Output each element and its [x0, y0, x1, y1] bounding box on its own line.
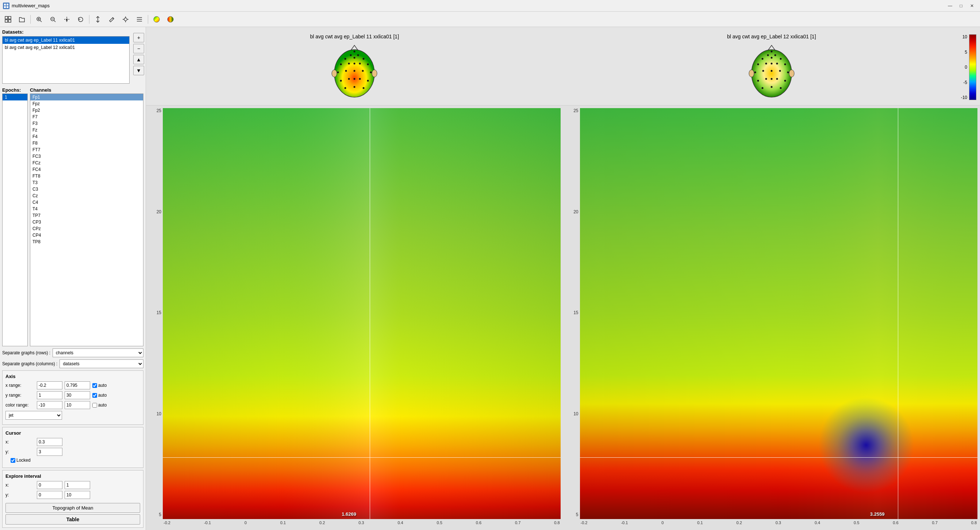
channel-item-TP7[interactable]: TP7 [30, 212, 143, 219]
channel-item-Fp1[interactable]: Fp1 [30, 94, 143, 101]
x-auto-checkbox[interactable] [92, 383, 97, 388]
channel-item-CP4[interactable]: CP4 [30, 232, 143, 238]
svg-point-24 [154, 16, 159, 22]
cursor-locked-text: Locked [16, 458, 31, 463]
channel-item-Fpz[interactable]: Fpz [30, 101, 143, 107]
channel-item-FT7[interactable]: FT7 [30, 147, 143, 153]
svg-point-81 [780, 87, 781, 89]
colormap-row: jetparulahsvhotcoolgray [5, 411, 140, 420]
separate-rows-label: Separate graphs (rows) : [2, 350, 50, 355]
color-auto-checkbox[interactable] [92, 403, 97, 408]
y-range-max-input[interactable] [65, 391, 90, 399]
x-label-1: -0.1 [204, 520, 211, 525]
x-range-min-input[interactable] [37, 382, 62, 390]
cursor-locked-checkbox[interactable] [11, 458, 15, 463]
channel-item-FC4[interactable]: FC4 [30, 166, 143, 173]
x-range-max-input[interactable] [65, 382, 90, 390]
channel-item-FT8[interactable]: FT8 [30, 173, 143, 179]
add-dataset-button[interactable]: + [133, 33, 144, 42]
datasets-list[interactable]: bl avg cwt avg ep_Label 11 xxlica01bl av… [2, 36, 130, 84]
plots-header: bl avg cwt avg ep_Label 11 xxlica01 [1] [146, 27, 980, 105]
crosshair-button[interactable] [119, 13, 132, 26]
topograph-button[interactable]: Topograph of Mean [5, 503, 140, 513]
epochs-list[interactable]: 1 [2, 94, 28, 346]
y-label-25-2: 25 [573, 108, 578, 113]
svg-point-70 [762, 70, 764, 72]
svg-line-13 [54, 21, 56, 22]
explore-x-max-input[interactable] [65, 481, 90, 489]
channel-item-CP3[interactable]: CP3 [30, 219, 143, 225]
grid-toggle-button[interactable] [2, 13, 14, 26]
plot-inner-2[interactable]: 3.2559 [580, 108, 978, 519]
plot-header-right: bl avg cwt avg ep_Label 12 xxlica01 [1] [563, 27, 980, 105]
channel-item-F8[interactable]: F8 [30, 140, 143, 147]
dot-color-button[interactable] [164, 13, 177, 26]
svg-point-80 [770, 86, 772, 88]
pan-button[interactable] [60, 13, 73, 26]
y-auto-checkbox[interactable] [92, 393, 97, 398]
maximize-button[interactable]: □ [956, 2, 966, 10]
y-range-min-input[interactable] [37, 391, 62, 399]
undo-button[interactable] [74, 13, 87, 26]
svg-point-49 [359, 78, 361, 80]
sort-button[interactable] [91, 13, 104, 26]
explore-x-min-input[interactable] [37, 481, 62, 489]
open-file-button[interactable] [15, 13, 29, 26]
plot-inner-1[interactable]: 1.6269 [163, 108, 561, 519]
channel-item-T3[interactable]: T3 [30, 179, 143, 186]
channel-item-T4[interactable]: T4 [30, 206, 143, 212]
channel-item-Fp2[interactable]: Fp2 [30, 107, 143, 113]
color-range-max-input[interactable] [65, 401, 90, 409]
move-down-button[interactable]: ▼ [133, 66, 144, 75]
channel-item-CPz[interactable]: CPz [30, 225, 143, 232]
explore-y-max-input[interactable] [65, 491, 90, 499]
channel-item-F7[interactable]: F7 [30, 113, 143, 120]
plot-canvas-2[interactable]: 25 20 15 10 5 3.2559 -0.2 -0.1 0 0.1 [564, 106, 980, 529]
color-range-min-input[interactable] [37, 401, 62, 409]
cursor-value-2: 3.2559 [870, 511, 885, 517]
x-label-6: 0.4 [398, 520, 403, 525]
channel-item-FCz[interactable]: FCz [30, 160, 143, 166]
x2-label-10: 0.8 [971, 520, 977, 525]
colormap-select[interactable]: jetparulahsvhotcoolgray [5, 411, 62, 420]
channel-item-TP8[interactable]: TP8 [30, 238, 143, 245]
channel-item-FC3[interactable]: FC3 [30, 153, 143, 160]
dataset-item-ds2[interactable]: bl avg cwt avg ep_Label 12 xxlica01 [3, 44, 129, 51]
cursor-h-line-1 [163, 457, 561, 458]
dataset-item-ds1[interactable]: bl avg cwt avg ep_Label 11 xxlica01 [3, 37, 129, 44]
channel-item-C3[interactable]: C3 [30, 186, 143, 193]
svg-point-45 [370, 71, 372, 73]
channel-item-C4[interactable]: C4 [30, 199, 143, 206]
move-up-button[interactable]: ▲ [133, 55, 144, 64]
cursor-y-input[interactable] [37, 448, 62, 456]
remove-dataset-button[interactable]: − [133, 44, 144, 53]
epochs-label: Epochs: [2, 87, 28, 93]
y-label-25-1: 25 [157, 108, 161, 113]
separate-cols-select[interactable]: datasetschannelsepochsnone [59, 359, 143, 368]
channel-item-Cz[interactable]: Cz [30, 193, 143, 199]
close-button[interactable]: ✕ [967, 2, 977, 10]
cursor-x-input[interactable] [37, 438, 62, 446]
table-button[interactable]: Table [5, 514, 140, 525]
zoom-in-button[interactable] [32, 13, 46, 26]
svg-point-69 [754, 71, 756, 73]
svg-rect-0 [4, 4, 6, 5]
epoch-item-1[interactable]: 1 [3, 94, 27, 101]
channel-item-F4[interactable]: F4 [30, 133, 143, 140]
channels-list[interactable]: Fp1FpzFp2F7F3FzF4F8FT7FC3FCzFC4FT8T3C3Cz… [30, 94, 143, 346]
svg-point-56 [749, 70, 754, 77]
circle-color-button[interactable] [150, 13, 163, 26]
list-view-button[interactable] [133, 13, 146, 26]
cursor-title: Cursor [5, 430, 140, 436]
edit-button[interactable] [105, 13, 118, 26]
channel-item-Fz[interactable]: Fz [30, 127, 143, 133]
cursor-section: Cursor x: y: Locked [2, 427, 143, 468]
separate-rows-select[interactable]: channelsepochsdatasetsnone [52, 348, 143, 357]
channel-item-F3[interactable]: F3 [30, 120, 143, 127]
explore-y-min-input[interactable] [37, 491, 62, 499]
colorbar-label-5: 5 [961, 49, 967, 55]
zoom-out-button[interactable] [46, 13, 59, 26]
minimize-button[interactable]: — [945, 2, 955, 10]
plot-canvas-1[interactable]: 25 20 15 10 5 1.6269 [147, 106, 562, 529]
svg-point-16 [124, 18, 127, 21]
